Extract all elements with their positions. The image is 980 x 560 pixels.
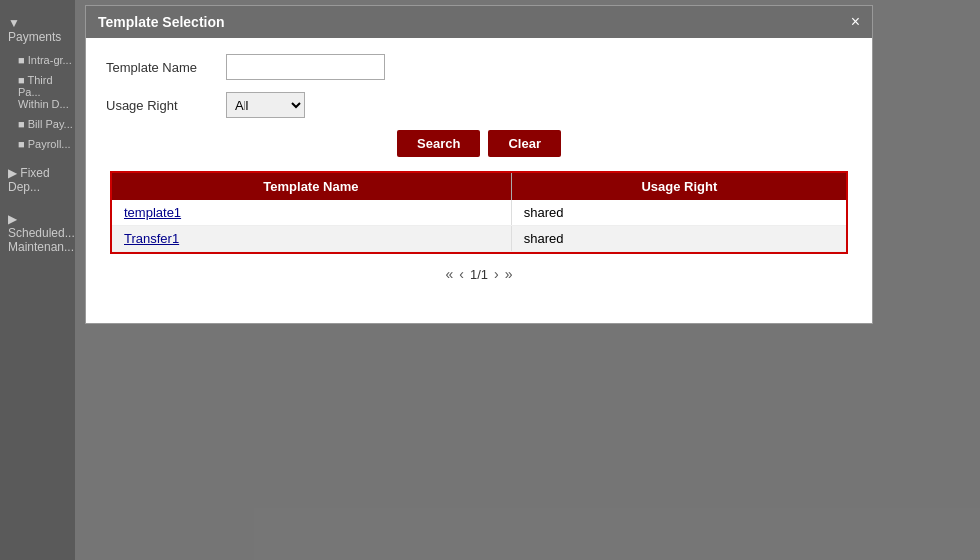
bullet-icon: ■ (18, 118, 25, 130)
sidebar-item-label: Bill Pay... (28, 118, 73, 130)
modal-close-button[interactable]: × (851, 14, 860, 30)
usage-right-row: Usage Right All Shared Private (106, 92, 852, 118)
arrow-icon: ▶ (8, 212, 17, 226)
table-cell-usage-right: shared (511, 200, 846, 226)
pagination-last[interactable]: » (505, 266, 513, 281)
col-header-template-name: Template Name (112, 173, 511, 200)
pagination-page-info: 1/1 (470, 267, 488, 281)
main-content: Template Selection × Template Name Usage… (75, 0, 980, 560)
table-body: template1 shared Transfer1 shared (112, 200, 846, 252)
table-header-row: Template Name Usage Right (112, 173, 846, 200)
sidebar-item-label: Intra-gr... (28, 54, 72, 66)
bullet-icon: ■ (18, 54, 25, 66)
template-name-row: Template Name (106, 54, 852, 80)
table-row: template1 shared (112, 200, 846, 226)
table-cell-template-name[interactable]: Transfer1 (112, 226, 511, 252)
sidebar-item-payroll[interactable]: ■ Payroll... (0, 134, 75, 154)
sidebar: ▼ Payments ■ Intra-gr... ■ Third Pa...Wi… (0, 0, 75, 560)
sidebar-item-label: Payments (8, 30, 61, 44)
table-cell-usage-right: shared (511, 226, 846, 252)
sidebar-item-label: Scheduled...Maintenan... (8, 226, 75, 254)
results-table: Template Name Usage Right template1 shar… (112, 173, 846, 252)
template1-link[interactable]: template1 (124, 205, 181, 220)
template-selection-modal: Template Selection × Template Name Usage… (85, 5, 873, 324)
usage-right-select[interactable]: All Shared Private (226, 92, 305, 118)
sidebar-item-label: Third Pa...Within D... (18, 74, 69, 110)
sidebar-item-label: Payroll... (28, 138, 71, 150)
modal-header: Template Selection × (86, 6, 872, 38)
template-name-label: Template Name (106, 60, 226, 75)
transfer1-link[interactable]: Transfer1 (124, 231, 179, 246)
pagination-next[interactable]: › (494, 266, 499, 281)
sidebar-item-fixeddep[interactable]: ▶ Fixed Dep... (0, 160, 75, 200)
results-table-wrapper: Template Name Usage Right template1 shar… (110, 171, 848, 254)
modal-body: Template Name Usage Right All Shared Pri… (86, 38, 872, 305)
table-row: Transfer1 shared (112, 226, 846, 252)
bullet-icon: ■ (18, 74, 25, 86)
usage-right-label: Usage Right (106, 98, 226, 113)
modal-title: Template Selection (98, 14, 225, 30)
pagination-first[interactable]: « (445, 266, 453, 281)
sidebar-item-scheduled[interactable]: ▶ Scheduled...Maintenan... (0, 206, 75, 260)
pagination: « ‹ 1/1 › » (106, 254, 852, 289)
arrow-icon: ▼ (8, 16, 20, 30)
template-name-input[interactable] (226, 54, 385, 80)
sidebar-item-thirdparty[interactable]: ■ Third Pa...Within D... (0, 70, 75, 114)
table-cell-template-name[interactable]: template1 (112, 200, 511, 226)
col-header-usage-right: Usage Right (511, 173, 846, 200)
modal-overlay: Template Selection × Template Name Usage… (75, 0, 980, 560)
pagination-prev[interactable]: ‹ (459, 266, 464, 281)
sidebar-item-billpay[interactable]: ■ Bill Pay... (0, 114, 75, 134)
button-row: Search Clear (106, 130, 852, 157)
sidebar-item-intra[interactable]: ■ Intra-gr... (0, 50, 75, 70)
arrow-icon: ▶ (8, 166, 17, 180)
sidebar-item-payments[interactable]: ▼ Payments (0, 10, 75, 50)
search-button[interactable]: Search (397, 130, 480, 157)
bullet-icon: ■ (18, 138, 25, 150)
clear-button[interactable]: Clear (488, 130, 561, 157)
